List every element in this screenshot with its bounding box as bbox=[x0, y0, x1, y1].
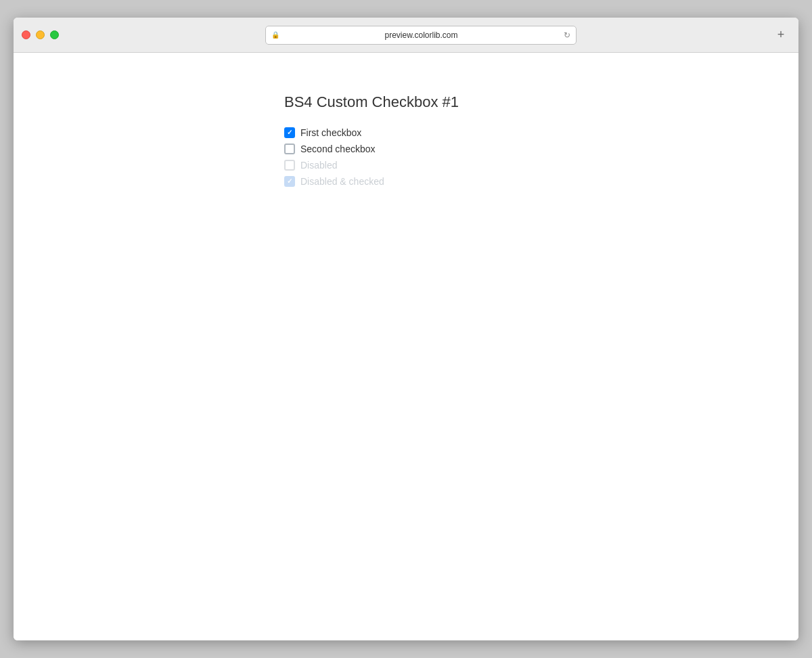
traffic-light-minimize[interactable] bbox=[36, 30, 45, 39]
checkbox-list: ✓ First checkbox Second checkbox Disable… bbox=[284, 127, 798, 187]
traffic-light-maximize[interactable] bbox=[50, 30, 59, 39]
page-content: BS4 Custom Checkbox #1 ✓ First checkbox … bbox=[14, 93, 798, 187]
checkbox-item-second[interactable]: Second checkbox bbox=[284, 144, 798, 154]
checkbox-item-first[interactable]: ✓ First checkbox bbox=[284, 127, 798, 138]
refresh-icon[interactable]: ↻ bbox=[564, 30, 570, 40]
checkbox-label-second: Second checkbox bbox=[300, 144, 376, 154]
checkbox-box-first: ✓ bbox=[284, 127, 295, 138]
traffic-light-close[interactable] bbox=[22, 30, 30, 39]
section-title: BS4 Custom Checkbox #1 bbox=[284, 93, 798, 111]
checkbox-box-second bbox=[284, 144, 295, 154]
address-bar-container: 🔒 preview.colorlib.com ↻ bbox=[70, 26, 771, 45]
browser-window: 🔒 preview.colorlib.com ↻ + BS4 Custom Ch… bbox=[14, 18, 798, 640]
checkmark-disabled: ✓ bbox=[287, 178, 292, 185]
checkbox-label-disabled: Disabled bbox=[300, 160, 337, 171]
browser-content: BS4 Custom Checkbox #1 ✓ First checkbox … bbox=[14, 53, 798, 640]
checkbox-box-disabled bbox=[284, 160, 295, 171]
checkbox-box-disabled-checked: ✓ bbox=[284, 176, 295, 187]
checkmark-first: ✓ bbox=[287, 129, 292, 136]
checkbox-label-first: First checkbox bbox=[300, 127, 361, 138]
browser-titlebar: 🔒 preview.colorlib.com ↻ + bbox=[14, 18, 798, 53]
address-bar[interactable]: 🔒 preview.colorlib.com ↻ bbox=[265, 26, 577, 45]
new-tab-button[interactable]: + bbox=[771, 26, 790, 45]
address-text: preview.colorlib.com bbox=[284, 30, 560, 40]
lock-icon: 🔒 bbox=[271, 31, 279, 39]
checkbox-label-disabled-checked: Disabled & checked bbox=[300, 176, 384, 187]
traffic-lights bbox=[22, 30, 59, 39]
checkbox-item-disabled-checked: ✓ Disabled & checked bbox=[284, 176, 798, 187]
checkbox-item-disabled: Disabled bbox=[284, 160, 798, 171]
